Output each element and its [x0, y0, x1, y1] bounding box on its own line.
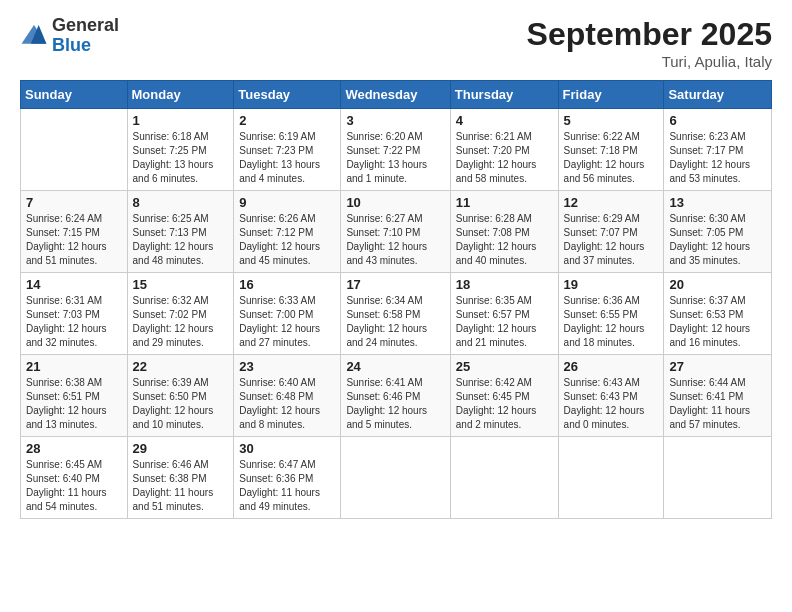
day-number: 10 — [346, 195, 444, 210]
day-number: 4 — [456, 113, 553, 128]
day-number: 9 — [239, 195, 335, 210]
day-info: Sunrise: 6:36 AMSunset: 6:55 PMDaylight:… — [564, 294, 659, 350]
day-number: 25 — [456, 359, 553, 374]
calendar-day-header: Saturday — [664, 81, 772, 109]
day-number: 7 — [26, 195, 122, 210]
day-number: 20 — [669, 277, 766, 292]
calendar-cell: 20Sunrise: 6:37 AMSunset: 6:53 PMDayligh… — [664, 273, 772, 355]
calendar-cell — [450, 437, 558, 519]
day-info: Sunrise: 6:18 AMSunset: 7:25 PMDaylight:… — [133, 130, 229, 186]
day-info: Sunrise: 6:27 AMSunset: 7:10 PMDaylight:… — [346, 212, 444, 268]
day-number: 28 — [26, 441, 122, 456]
calendar-cell: 19Sunrise: 6:36 AMSunset: 6:55 PMDayligh… — [558, 273, 664, 355]
calendar-day-header: Monday — [127, 81, 234, 109]
calendar-cell: 5Sunrise: 6:22 AMSunset: 7:18 PMDaylight… — [558, 109, 664, 191]
calendar-cell — [664, 437, 772, 519]
calendar-cell: 27Sunrise: 6:44 AMSunset: 6:41 PMDayligh… — [664, 355, 772, 437]
day-info: Sunrise: 6:35 AMSunset: 6:57 PMDaylight:… — [456, 294, 553, 350]
day-number: 16 — [239, 277, 335, 292]
day-number: 12 — [564, 195, 659, 210]
day-number: 15 — [133, 277, 229, 292]
calendar-cell — [21, 109, 128, 191]
calendar-cell: 18Sunrise: 6:35 AMSunset: 6:57 PMDayligh… — [450, 273, 558, 355]
page: General Blue September 2025 Turi, Apulia… — [0, 0, 792, 612]
day-number: 26 — [564, 359, 659, 374]
calendar-week-row: 14Sunrise: 6:31 AMSunset: 7:03 PMDayligh… — [21, 273, 772, 355]
calendar-cell: 10Sunrise: 6:27 AMSunset: 7:10 PMDayligh… — [341, 191, 450, 273]
day-number: 17 — [346, 277, 444, 292]
month-title: September 2025 — [527, 16, 772, 53]
calendar-cell: 9Sunrise: 6:26 AMSunset: 7:12 PMDaylight… — [234, 191, 341, 273]
logo: General Blue — [20, 16, 119, 56]
calendar-week-row: 21Sunrise: 6:38 AMSunset: 6:51 PMDayligh… — [21, 355, 772, 437]
day-info: Sunrise: 6:31 AMSunset: 7:03 PMDaylight:… — [26, 294, 122, 350]
day-number: 22 — [133, 359, 229, 374]
calendar-cell: 11Sunrise: 6:28 AMSunset: 7:08 PMDayligh… — [450, 191, 558, 273]
calendar-week-row: 1Sunrise: 6:18 AMSunset: 7:25 PMDaylight… — [21, 109, 772, 191]
calendar-cell: 14Sunrise: 6:31 AMSunset: 7:03 PMDayligh… — [21, 273, 128, 355]
day-info: Sunrise: 6:42 AMSunset: 6:45 PMDaylight:… — [456, 376, 553, 432]
calendar-cell: 30Sunrise: 6:47 AMSunset: 6:36 PMDayligh… — [234, 437, 341, 519]
calendar-cell: 29Sunrise: 6:46 AMSunset: 6:38 PMDayligh… — [127, 437, 234, 519]
calendar-cell: 28Sunrise: 6:45 AMSunset: 6:40 PMDayligh… — [21, 437, 128, 519]
calendar-week-row: 28Sunrise: 6:45 AMSunset: 6:40 PMDayligh… — [21, 437, 772, 519]
day-info: Sunrise: 6:26 AMSunset: 7:12 PMDaylight:… — [239, 212, 335, 268]
day-number: 30 — [239, 441, 335, 456]
calendar-cell: 3Sunrise: 6:20 AMSunset: 7:22 PMDaylight… — [341, 109, 450, 191]
calendar-cell: 21Sunrise: 6:38 AMSunset: 6:51 PMDayligh… — [21, 355, 128, 437]
calendar-cell: 13Sunrise: 6:30 AMSunset: 7:05 PMDayligh… — [664, 191, 772, 273]
day-number: 21 — [26, 359, 122, 374]
day-number: 5 — [564, 113, 659, 128]
calendar-cell: 7Sunrise: 6:24 AMSunset: 7:15 PMDaylight… — [21, 191, 128, 273]
calendar-cell: 22Sunrise: 6:39 AMSunset: 6:50 PMDayligh… — [127, 355, 234, 437]
day-info: Sunrise: 6:40 AMSunset: 6:48 PMDaylight:… — [239, 376, 335, 432]
day-info: Sunrise: 6:41 AMSunset: 6:46 PMDaylight:… — [346, 376, 444, 432]
day-number: 18 — [456, 277, 553, 292]
logo-text: General Blue — [52, 16, 119, 56]
calendar-cell — [558, 437, 664, 519]
calendar-day-header: Thursday — [450, 81, 558, 109]
calendar-week-row: 7Sunrise: 6:24 AMSunset: 7:15 PMDaylight… — [21, 191, 772, 273]
day-info: Sunrise: 6:47 AMSunset: 6:36 PMDaylight:… — [239, 458, 335, 514]
day-number: 23 — [239, 359, 335, 374]
calendar-cell: 2Sunrise: 6:19 AMSunset: 7:23 PMDaylight… — [234, 109, 341, 191]
calendar-cell: 6Sunrise: 6:23 AMSunset: 7:17 PMDaylight… — [664, 109, 772, 191]
day-info: Sunrise: 6:30 AMSunset: 7:05 PMDaylight:… — [669, 212, 766, 268]
logo-blue: Blue — [52, 35, 91, 55]
day-info: Sunrise: 6:34 AMSunset: 6:58 PMDaylight:… — [346, 294, 444, 350]
day-info: Sunrise: 6:25 AMSunset: 7:13 PMDaylight:… — [133, 212, 229, 268]
logo-icon — [20, 22, 48, 50]
calendar-cell: 24Sunrise: 6:41 AMSunset: 6:46 PMDayligh… — [341, 355, 450, 437]
day-info: Sunrise: 6:21 AMSunset: 7:20 PMDaylight:… — [456, 130, 553, 186]
day-info: Sunrise: 6:33 AMSunset: 7:00 PMDaylight:… — [239, 294, 335, 350]
day-number: 14 — [26, 277, 122, 292]
day-info: Sunrise: 6:22 AMSunset: 7:18 PMDaylight:… — [564, 130, 659, 186]
day-info: Sunrise: 6:37 AMSunset: 6:53 PMDaylight:… — [669, 294, 766, 350]
day-info: Sunrise: 6:44 AMSunset: 6:41 PMDaylight:… — [669, 376, 766, 432]
day-number: 19 — [564, 277, 659, 292]
day-number: 1 — [133, 113, 229, 128]
day-info: Sunrise: 6:39 AMSunset: 6:50 PMDaylight:… — [133, 376, 229, 432]
day-info: Sunrise: 6:28 AMSunset: 7:08 PMDaylight:… — [456, 212, 553, 268]
day-number: 11 — [456, 195, 553, 210]
day-number: 3 — [346, 113, 444, 128]
day-info: Sunrise: 6:43 AMSunset: 6:43 PMDaylight:… — [564, 376, 659, 432]
calendar-cell: 12Sunrise: 6:29 AMSunset: 7:07 PMDayligh… — [558, 191, 664, 273]
day-info: Sunrise: 6:46 AMSunset: 6:38 PMDaylight:… — [133, 458, 229, 514]
calendar-day-header: Sunday — [21, 81, 128, 109]
day-number: 13 — [669, 195, 766, 210]
calendar-cell: 26Sunrise: 6:43 AMSunset: 6:43 PMDayligh… — [558, 355, 664, 437]
day-number: 29 — [133, 441, 229, 456]
day-info: Sunrise: 6:24 AMSunset: 7:15 PMDaylight:… — [26, 212, 122, 268]
day-info: Sunrise: 6:19 AMSunset: 7:23 PMDaylight:… — [239, 130, 335, 186]
day-info: Sunrise: 6:20 AMSunset: 7:22 PMDaylight:… — [346, 130, 444, 186]
day-info: Sunrise: 6:23 AMSunset: 7:17 PMDaylight:… — [669, 130, 766, 186]
day-info: Sunrise: 6:38 AMSunset: 6:51 PMDaylight:… — [26, 376, 122, 432]
calendar-cell: 8Sunrise: 6:25 AMSunset: 7:13 PMDaylight… — [127, 191, 234, 273]
day-number: 8 — [133, 195, 229, 210]
calendar-cell: 1Sunrise: 6:18 AMSunset: 7:25 PMDaylight… — [127, 109, 234, 191]
calendar-day-header: Friday — [558, 81, 664, 109]
logo-general: General — [52, 15, 119, 35]
day-number: 6 — [669, 113, 766, 128]
calendar-day-header: Wednesday — [341, 81, 450, 109]
